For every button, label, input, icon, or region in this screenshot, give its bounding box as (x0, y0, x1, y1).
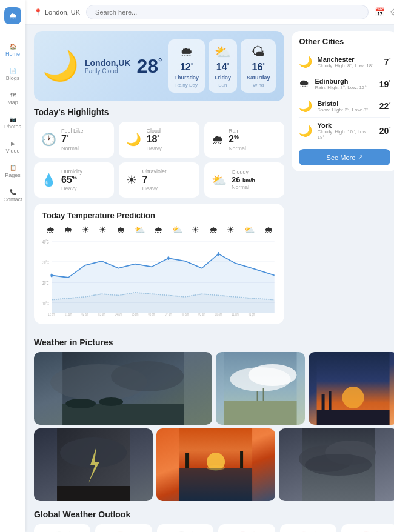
location-display: 📍 London, UK (34, 8, 80, 16)
svg-rect-40 (329, 391, 332, 410)
highlights-title: Today's Highlights (34, 107, 284, 117)
weather-pic-6 (279, 428, 394, 501)
city-manchester: 🌙 Manchester Cloudy. High: 8°, Low: 18° … (299, 51, 390, 73)
feel-like-info: Feel Like 7° Normal (61, 128, 84, 151)
forecast-saturday: 🌤 16° Saturday Wind (241, 39, 276, 93)
svg-text:09 am: 09 am (198, 312, 205, 316)
cloud-info: Cloud 18° Heavy (146, 128, 162, 151)
svg-point-28 (65, 399, 96, 408)
highlights-grid: 🕐 Feel Like 7° Normal 🌙 Cloud 18° Heavy (34, 122, 284, 198)
sidebar-item-video[interactable]: ▶ Video (1, 137, 24, 158)
sidebar-label-video: Video (6, 148, 20, 154)
highlight-cloud: 🌙 Cloud 18° Heavy (119, 122, 199, 157)
chart-icon-11: ⛅ (244, 225, 255, 234)
edinburgh-name: Edinburgh (315, 78, 374, 85)
sidebar-item-photos[interactable]: 📷 Photos (1, 113, 24, 133)
sidebar-label-home: Home (5, 51, 20, 57)
settings-icon[interactable]: ⚙ (390, 7, 394, 17)
pictures-title: Weather in Pictures (34, 337, 394, 347)
forecast-temp-2: 16° (252, 62, 265, 73)
weather-pic-3 (309, 352, 394, 425)
highlight-cloudy: ⛅ Cloudy 26 km/h Normal (204, 162, 284, 198)
highlight-humidity: 💧 Humidity 65% Heavy (34, 162, 114, 198)
york-temp: 20° (379, 126, 391, 136)
other-cities-card: Other Cities 🌙 Manchester Cloudy. High: … (292, 31, 394, 171)
global-grid: 🇵🇰 Pakistan 🇮🇳 India 🇩🇪 Germany 🇪🇸 Spain (34, 524, 394, 532)
svg-text:20°C: 20°C (42, 280, 49, 285)
rain-info: Rain 2% Normal (229, 128, 246, 151)
bristol-name: Bristol (317, 100, 374, 107)
sidebar-item-blogs[interactable]: 📄 Blogs (1, 64, 24, 85)
global-canada[interactable]: 🇨🇦 Canada (280, 524, 336, 532)
uv-info: Ultraviolet 7 Heavy (142, 168, 166, 191)
chart-icon-7: ⛅ (172, 225, 182, 234)
forecast-icon-1: ⛅ (215, 44, 231, 60)
svg-rect-49 (240, 451, 243, 468)
global-turkey[interactable]: 🇹🇷 Turkey (341, 524, 394, 532)
pictures-grid-top (34, 352, 394, 425)
highlight-uv: ☀ Ultraviolet 7 Heavy (119, 162, 199, 198)
search-input[interactable] (86, 5, 369, 19)
calendar-icon[interactable]: 📅 (375, 7, 385, 17)
chart-icon-9: 🌧 (209, 225, 218, 234)
current-weather-card: 🌙 London,UK Partly Cloud 28° 🌧 12° Thurs… (34, 31, 284, 101)
forecast-label-2: Wind (253, 82, 264, 88)
forecast-cards: 🌧 12° Thursday Rainy Day ⛅ 14° Friday Su… (168, 39, 276, 93)
svg-text:05 am: 05 am (132, 312, 139, 316)
svg-point-29 (99, 397, 123, 406)
sidebar-item-pages[interactable]: 📋 Pages (1, 161, 24, 182)
chart-icon-4: 🌧 (116, 225, 125, 234)
city-edinburgh: 🌧 Edinburgh Rain. High: 8°, Low: 12° 19° (299, 73, 390, 95)
svg-point-9 (167, 256, 169, 260)
forecast-icon-2: 🌤 (252, 44, 265, 60)
edinburgh-info: Edinburgh Rain. High: 8°, Low: 12° (315, 78, 374, 90)
photos-icon: 📷 (10, 116, 16, 122)
weather-pic-4 (34, 428, 153, 501)
chart-icon-1: 🌧 (64, 225, 72, 234)
svg-rect-38 (317, 410, 390, 425)
svg-point-32 (249, 364, 297, 386)
topbar-icons: 📅 ⚙ (375, 7, 394, 17)
sidebar-item-contact[interactable]: 📞 Contact (1, 185, 24, 206)
chart-icon-8: ☀ (192, 225, 199, 234)
pin-icon: 📍 (34, 8, 42, 16)
sidebar-item-home[interactable]: 🏠 Home (1, 40, 24, 61)
svg-text:40°C: 40°C (42, 239, 49, 245)
york-icon: 🌙 (299, 124, 312, 138)
edinburgh-temp: 19° (379, 79, 391, 89)
sidebar-label-pages: Pages (5, 172, 21, 178)
chart-icon-10: ☀ (227, 225, 235, 234)
uv-icon: ☀ (126, 173, 137, 187)
panel-left: 🌙 London,UK Partly Cloud 28° 🌧 12° Thurs… (34, 31, 284, 330)
svg-point-10 (218, 252, 219, 256)
chart-icon-2: ☀ (82, 225, 90, 234)
chart-icon-5: ⛅ (135, 225, 145, 234)
highlight-rain: 🌧 Rain 2% Normal (204, 122, 284, 157)
forecast-label-0: Rainy Day (175, 82, 198, 88)
svg-rect-44 (57, 486, 130, 501)
svg-point-54 (305, 454, 372, 476)
svg-rect-33 (224, 401, 297, 425)
global-india[interactable]: 🇮🇳 India (95, 524, 152, 532)
svg-text:06 am: 06 am (149, 312, 156, 316)
humidity-info: Humidity 65% Heavy (61, 168, 82, 191)
current-temperature: 28° (136, 55, 162, 78)
york-name: York (317, 122, 374, 129)
svg-text:03 am: 03 am (98, 312, 105, 316)
highlight-feel-like: 🕐 Feel Like 7° Normal (34, 122, 114, 157)
global-pakistan[interactable]: 🇵🇰 Pakistan (34, 524, 90, 532)
chart-icon-0: 🌧 (46, 225, 55, 234)
forecast-temp-1: 14° (216, 62, 229, 73)
global-germany[interactable]: 🇩🇪 Germany (157, 524, 213, 532)
weather-pic-2 (216, 352, 305, 425)
main-content: 📍 London, UK 📅 ⚙ 🌙 London,UK Partly Clou… (25, 0, 394, 532)
sidebar-item-map[interactable]: 🗺 Map (1, 88, 24, 109)
svg-text:10 am: 10 am (215, 312, 222, 316)
svg-text:04 am: 04 am (115, 312, 122, 316)
cloudy-info: Cloudy 26 km/h Normal (232, 169, 255, 190)
global-spain[interactable]: 🇪🇸 Spain (218, 524, 275, 532)
see-more-button[interactable]: See More ↗ (299, 149, 390, 165)
chart-icon-3: ☀ (99, 225, 107, 234)
humidity-icon: 💧 (41, 173, 56, 187)
svg-rect-47 (179, 468, 252, 501)
